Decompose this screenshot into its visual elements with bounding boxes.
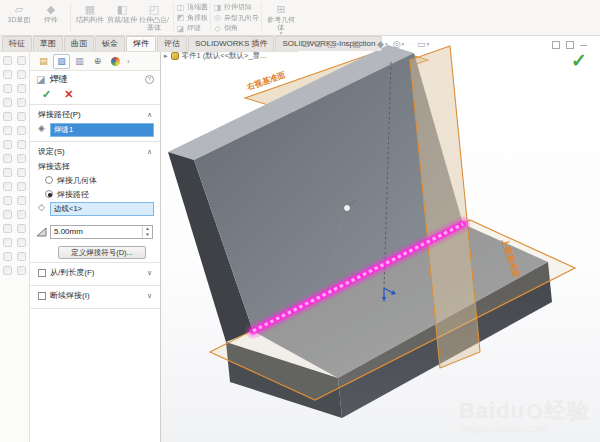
left-toolbar-icon[interactable] [3, 168, 12, 177]
left-toolbar-icon[interactable] [17, 140, 26, 149]
pm-tab-displaymanager[interactable] [107, 54, 124, 69]
checkbox-icon[interactable] [38, 292, 46, 300]
left-toolbar-icon[interactable] [17, 168, 26, 177]
structural-member-button[interactable]: ▦ 结构构件 [74, 2, 106, 33]
flyout-feature-tree[interactable]: ▸ 零件1 (默认<<默认>_显... [164, 51, 266, 61]
selected-edge-item[interactable]: 边线<1> [51, 203, 153, 215]
hide-show-items-icon[interactable]: ◎▾ [393, 39, 405, 49]
trim-extend-button[interactable]: ◧ 剪裁/延伸 [106, 2, 138, 33]
define-weld-symbol-button[interactable]: 定义焊接符号(D)... [58, 246, 146, 259]
left-toolbar-icon[interactable] [17, 196, 26, 205]
section-view-icon[interactable]: ◫▾ [327, 39, 339, 49]
cancel-button[interactable]: ✕ [64, 88, 73, 101]
radio-weld-geometry[interactable]: 焊接几何体 [30, 173, 160, 187]
left-toolbar-icon[interactable] [3, 56, 12, 65]
help-icon[interactable]: ? [145, 75, 154, 84]
pane-expand-icon[interactable] [566, 41, 574, 49]
view-settings-icon[interactable]: ▭▾ [417, 39, 429, 49]
selected-weld-item[interactable]: 焊缝1 [51, 124, 153, 136]
ok-button[interactable]: ✓ [42, 88, 51, 101]
3d-sketch-button[interactable]: ▱ 3D草图 [3, 2, 35, 33]
edge-selection-box[interactable]: 边线<1> [50, 202, 154, 216]
reference-geometry-icon: ⊞ [276, 2, 285, 16]
expand-icon[interactable]: ∨ [147, 292, 152, 300]
collapse-icon[interactable]: ∧ [147, 148, 152, 156]
left-toolbar-icon[interactable] [3, 196, 12, 205]
from-to-length-section[interactable]: 从/到长度(F) ∨ [30, 262, 160, 282]
graphics-area[interactable]: 右视基准面 上视基准面 ▸ 零件1 (默认<<默认>_显... ✓ Baidu … [160, 36, 600, 442]
left-toolbar-icon[interactable] [3, 112, 12, 121]
left-toolbar-icon[interactable] [17, 84, 26, 93]
confirmation-corner-ok[interactable]: ✓ [571, 49, 587, 72]
flyout-arrow-icon[interactable]: ▸ [164, 52, 168, 60]
checkbox-icon[interactable] [38, 269, 46, 277]
tab-evaluate[interactable]: 评估 [157, 36, 187, 51]
spin-down-icon[interactable]: ▼ [143, 232, 152, 238]
weld-path-selection: ◈ 焊缝1 [30, 122, 160, 141]
gusset-button[interactable]: ◩ 角撑板 [176, 13, 208, 23]
weld-path-section-header[interactable]: 焊接路径(P) ∧ [30, 105, 160, 122]
bead-size-value[interactable]: 5.00mm [51, 226, 142, 238]
left-toolbar-icon[interactable] [17, 182, 26, 191]
weld-path-selection-box[interactable]: 焊缝1 [50, 123, 154, 137]
left-toolbar-icon[interactable] [17, 70, 26, 79]
display-manager-icon [111, 57, 120, 66]
view-orientation-icon[interactable]: ▤▾ [352, 39, 364, 49]
zoom-fit-icon[interactable]: ⊡ [302, 39, 310, 49]
left-toolbar-icon[interactable] [17, 266, 26, 275]
left-toolbar-icon[interactable] [17, 224, 26, 233]
intermittent-weld-section[interactable]: 断续焊接(I) ∨ [30, 285, 160, 305]
reference-geometry-button[interactable]: ⊞ 参考几何体 ▾ [265, 2, 297, 33]
radio-icon[interactable] [45, 176, 53, 184]
left-toolbar-icon[interactable] [3, 154, 12, 163]
left-toolbar-icon[interactable] [17, 126, 26, 135]
left-toolbar-icon[interactable] [3, 70, 12, 79]
bead-size-input[interactable]: 5.00mm ▲ ▼ [50, 225, 153, 239]
left-toolbar-icon[interactable] [17, 238, 26, 247]
radio-weld-path[interactable]: 焊接路径 [30, 187, 160, 201]
end-cap-button[interactable]: ◫ 顶端盖 [176, 2, 208, 12]
pm-tab-propertymanager[interactable]: ▨ [53, 54, 70, 69]
pm-tab-featuremanager[interactable]: ▤ [35, 54, 52, 69]
settings-section-header[interactable]: 设定(S) ∧ [30, 141, 160, 159]
pm-tab-overflow[interactable]: › [127, 57, 130, 66]
pm-tab-configurationmanager[interactable]: ▥ [71, 54, 88, 69]
chamfer-button[interactable]: ◇ 倒角 [213, 23, 259, 33]
minimize-icon[interactable] [580, 45, 587, 46]
left-toolbar-icon[interactable] [17, 56, 26, 65]
left-toolbar-icon[interactable] [3, 182, 12, 191]
left-toolbar-icon[interactable] [3, 84, 12, 93]
left-toolbar-icon[interactable] [3, 98, 12, 107]
tab-weldments[interactable]: 焊件 [126, 36, 156, 51]
part-tree-label[interactable]: 零件1 (默认<<默认>_显... [182, 51, 267, 61]
left-toolbar-icon[interactable] [17, 210, 26, 219]
left-toolbar-icon[interactable] [3, 126, 12, 135]
left-toolbar-icon[interactable] [17, 112, 26, 121]
left-toolbar-icon[interactable] [17, 252, 26, 261]
tab-surfaces[interactable]: 曲面 [64, 36, 94, 51]
expand-icon[interactable]: ∨ [147, 269, 152, 277]
weld-bead-button[interactable]: ◪ 焊缝 [176, 23, 208, 33]
left-toolbar-icon[interactable] [17, 98, 26, 107]
pm-tab-dimxpert[interactable]: ⊕ [89, 54, 106, 69]
tab-sketch[interactable]: 草图 [33, 36, 63, 51]
weldment-button[interactable]: ◆ 焊件 [35, 2, 67, 33]
extrude-boss-button[interactable]: ◰ 拉伸凸台/基体 [138, 2, 170, 33]
pane-split-icon[interactable] [552, 41, 560, 49]
left-toolbar-icon[interactable] [3, 238, 12, 247]
tab-sheet-metal[interactable]: 钣金 [95, 36, 125, 51]
left-toolbar-icon[interactable] [3, 266, 12, 275]
tab-features[interactable]: 特征 [2, 36, 32, 51]
left-toolbar-icon[interactable] [3, 252, 12, 261]
collapse-icon[interactable]: ∧ [147, 111, 152, 119]
left-toolbar-icon[interactable] [17, 154, 26, 163]
tab-solidworks-addins[interactable]: SOLIDWORKS 插件 [188, 36, 274, 51]
left-toolbar-icon[interactable] [3, 224, 12, 233]
zoom-area-icon[interactable]: ⊞ [315, 39, 323, 49]
left-toolbar-icon[interactable] [3, 210, 12, 219]
display-style-icon[interactable]: ◆▾ [377, 39, 388, 49]
hole-wizard-button[interactable]: ◎ 异型孔向导 [213, 13, 259, 23]
extruded-cut-button[interactable]: ◨ 拉伸切除 [213, 2, 259, 12]
left-toolbar-icon[interactable] [3, 140, 12, 149]
radio-selected-icon[interactable] [45, 190, 53, 198]
